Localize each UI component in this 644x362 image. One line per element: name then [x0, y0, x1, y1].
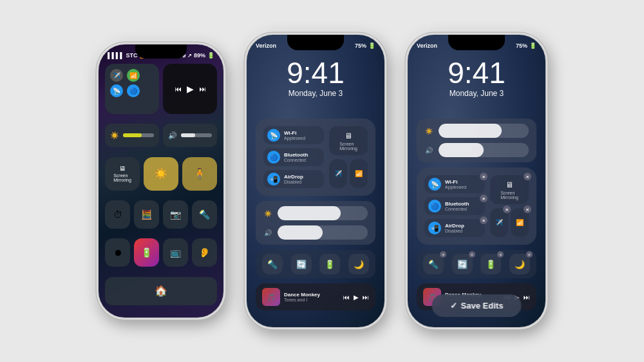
sliders-card-2: ☀️ 🔊 — [256, 201, 375, 245]
phone-3: Verizon 75% 🔋 9:41 Monday, June 3 ☀️ — [406, 33, 547, 329]
battery-btn-2[interactable]: 🔋 — [319, 254, 340, 274]
control-center-1: ✈️ 📶 📡 🔵 ⏮ ▶ ⏭ ☀️ — [105, 64, 217, 311]
phone-1-screen: ▌▌▌▌ STC 📶 ⊕ ↗ 89% 🔋 ✈️ 📶 📡 — [99, 44, 223, 318]
moon-btn-2[interactable]: 🌙 — [348, 254, 369, 274]
record-btn[interactable]: ⏺ — [105, 238, 130, 267]
volume-icon: 🔊 — [168, 131, 177, 140]
mirror-icon-3: 🖥 — [506, 180, 513, 189]
lock-rot-btn-3[interactable]: 🔄× — [452, 254, 473, 274]
carrier-label: STC — [126, 52, 138, 59]
brightness-fill-3 — [439, 124, 502, 138]
screen-mirror-btn-3[interactable]: 🖥 ScreenMirroring — [490, 175, 529, 204]
checkmark-icon: ✓ — [450, 301, 457, 310]
play-icon[interactable]: ▶ — [187, 84, 194, 94]
conn-list: 📡 Wi-Fi Appleseed 🔵 Bluetooth Connected — [263, 126, 324, 188]
status-left-3: Verizon — [417, 43, 437, 49]
wifi-bt-row: 📡 🔵 — [110, 84, 154, 97]
bt-remove-btn[interactable]: × — [480, 195, 488, 202]
battery-label: 89% — [194, 52, 205, 59]
status-right-2: 75% 🔋 — [355, 43, 375, 49]
conn-list-3: 📡 Wi-Fi Appleseed × 🔵 Bluetooth Con — [424, 175, 485, 237]
prev-icon[interactable]: ⏮ — [175, 85, 182, 93]
connectivity-row: 📡 Wi-Fi Appleseed 🔵 Bluetooth Connected — [263, 126, 368, 188]
cellular-icon-2: 📶 — [355, 170, 363, 177]
moon-btn-3[interactable]: 🌙× — [509, 254, 530, 274]
brightness-row-3: ☀️ — [424, 124, 529, 138]
brightness-btn[interactable]: ☀️ — [144, 157, 178, 191]
camera-btn[interactable]: 📷 — [163, 200, 188, 229]
carrier-2: Verizon — [256, 43, 276, 49]
play-btn-2[interactable]: ▶ — [354, 294, 359, 301]
lock-rot-btn-2[interactable]: 🔄 — [291, 254, 312, 274]
flashlight-btn-3[interactable]: 🔦× — [423, 254, 444, 274]
volume-slider[interactable]: 🔊 — [163, 124, 217, 147]
cellular-btn[interactable]: 📶 — [127, 69, 140, 82]
next-icon[interactable]: ⏭ — [199, 85, 206, 93]
right-btns: 🖥 ScreenMirroring ✈️ 📶 — [329, 126, 368, 188]
volume-fill — [278, 225, 323, 240]
airdrop-item-3[interactable]: 📲 AirDrop Disabled × — [424, 219, 485, 237]
battery-x[interactable]: × — [497, 251, 504, 258]
signal-icon: ▌▌▌▌ — [108, 52, 124, 59]
brightness-track[interactable] — [278, 206, 368, 220]
bt-item[interactable]: 🔵 Bluetooth Connected — [263, 148, 324, 166]
remote-btn[interactable]: 📺 — [163, 238, 188, 267]
lock-rot-x[interactable]: × — [469, 251, 475, 258]
bt-conn-icon: 🔵 — [267, 151, 280, 164]
wifi-btn[interactable]: 📡 — [110, 84, 123, 97]
focus-btn[interactable]: 🧍 — [182, 157, 217, 191]
date-display-2: Monday, June 3 — [247, 89, 384, 98]
flashlight-btn-2[interactable]: 🔦 — [262, 254, 283, 274]
time-display-2: 9:41 — [247, 58, 384, 88]
brightness-track-3[interactable] — [439, 124, 529, 138]
battery-icon-2: 🔋 — [368, 43, 375, 49]
status-right-3: 75% 🔋 — [516, 43, 536, 49]
cellular-btn-2[interactable]: 📶 — [350, 159, 368, 188]
phone-1: ▌▌▌▌ STC 📶 ⊕ ↗ 89% 🔋 ✈️ 📶 📡 — [97, 43, 225, 319]
battery-btn-3[interactable]: 🔋× — [480, 254, 501, 274]
sun-icon-2: ☀️ — [263, 210, 272, 217]
hearing-btn[interactable]: 👂 — [192, 238, 217, 267]
airdrop-remove-btn[interactable]: × — [480, 216, 488, 224]
volume-track-3[interactable] — [439, 143, 529, 157]
next-btn-3[interactable]: ⏭ — [524, 294, 530, 301]
airdrop-item[interactable]: 📲 AirDrop Disabled — [263, 170, 324, 188]
volume-row: 🔊 — [263, 225, 368, 240]
airplane-remove-btn[interactable]: × — [503, 205, 511, 213]
battery-widget[interactable]: 🔋 — [134, 238, 159, 267]
home-btn[interactable]: 🏠 — [105, 277, 217, 305]
screen-mirror-btn-2[interactable]: 🖥 ScreenMirroring — [329, 126, 368, 155]
wifi-item-3[interactable]: 📡 Wi-Fi Appleseed × — [424, 175, 485, 193]
screen-mirror-btn[interactable]: 🖥 ScreenMirroring — [105, 157, 140, 191]
calculator-btn[interactable]: 🧮 — [134, 200, 159, 229]
flashlight-btn[interactable]: 🔦 — [192, 200, 217, 229]
phone-2-screen: Verizon 75% 🔋 9:41 Monday, June 3 📡 — [247, 35, 384, 327]
prev-btn-2[interactable]: ⏮ — [343, 294, 350, 301]
notch-2 — [287, 35, 344, 50]
mirror-remove-btn[interactable]: × — [524, 173, 531, 180]
airplane-btn[interactable]: ✈️ — [110, 69, 123, 82]
media-info-2: Dance Monkey Tones and I — [284, 292, 339, 302]
wifi-item[interactable]: 📡 Wi-Fi Appleseed — [263, 126, 324, 144]
timer-btn[interactable]: ⏱ — [105, 200, 130, 229]
right-btns-3: 🖥 ScreenMirroring × ✈️ × — [490, 175, 529, 237]
brightness-slider[interactable]: ☀️ — [105, 124, 159, 147]
mirror-icon-2: 🖥 — [345, 131, 352, 140]
phone-3-screen: Verizon 75% 🔋 9:41 Monday, June 3 ☀️ — [408, 35, 545, 327]
cellular-remove-btn[interactable]: × — [524, 205, 531, 213]
flashlight-x[interactable]: × — [440, 251, 446, 258]
connectivity-card-3: 📡 Wi-Fi Appleseed × 🔵 Bluetooth Con — [417, 167, 536, 245]
wifi-conn-icon-3: 📡 — [428, 178, 441, 191]
moon-x[interactable]: × — [526, 251, 533, 258]
bt-item-3[interactable]: 🔵 Bluetooth Connected × — [424, 197, 485, 215]
cc-widgets-2: 📡 Wi-Fi Appleseed 🔵 Bluetooth Connected — [256, 119, 375, 310]
status-left-2: Verizon — [256, 43, 276, 49]
next-btn-2[interactable]: ⏭ — [363, 294, 369, 301]
airdrop-text: AirDrop Disabled — [284, 174, 320, 184]
bt-btn[interactable]: 🔵 — [127, 84, 140, 97]
airplane-btn-2[interactable]: ✈️ — [329, 159, 347, 188]
wifi-remove-btn[interactable]: × — [480, 173, 488, 180]
airplane-icon-2: ✈️ — [334, 170, 342, 177]
volume-track[interactable] — [278, 225, 368, 240]
save-edits-button[interactable]: ✓ Save Edits — [432, 294, 522, 317]
